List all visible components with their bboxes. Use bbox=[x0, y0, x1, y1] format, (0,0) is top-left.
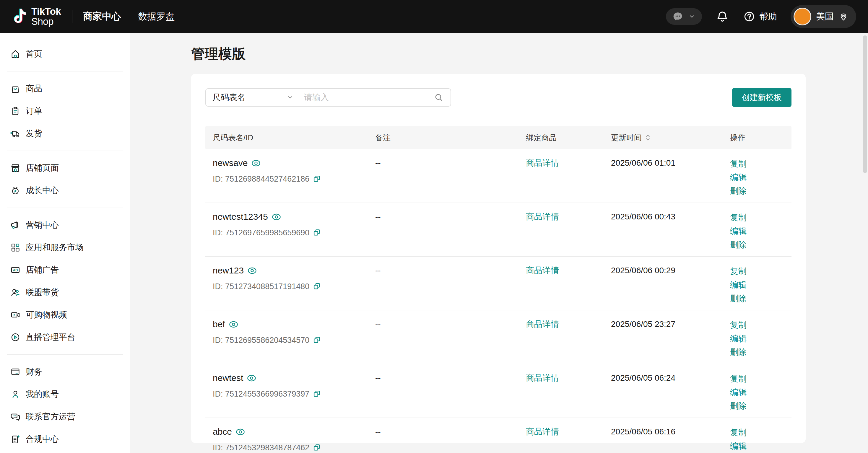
help-label: 帮助 bbox=[759, 11, 777, 23]
notification-bell-icon[interactable] bbox=[716, 10, 729, 23]
bag-icon bbox=[10, 83, 21, 94]
cell-note: -- bbox=[368, 203, 519, 223]
cell-bound-product: 商品详情 bbox=[519, 364, 603, 384]
sidebar-item-home[interactable]: 首页 bbox=[0, 43, 130, 65]
table-row: newtestID: 7512455366996379397--商品详情2025… bbox=[205, 364, 792, 418]
sidebar-item-grid[interactable]: 应用和服务市场 bbox=[0, 236, 130, 259]
sidebar-item-user[interactable]: 我的账号 bbox=[0, 383, 130, 406]
sidebar-item-label: 订单 bbox=[26, 105, 42, 117]
copy-icon[interactable] bbox=[313, 175, 321, 183]
sidebar-item-ad[interactable]: AD店铺广告 bbox=[0, 259, 130, 281]
cell-updated-time: 2025/06/05 06:16 bbox=[603, 418, 723, 438]
edit-action-link[interactable]: 编辑 bbox=[730, 171, 747, 184]
cell-actions: 复制编辑删除 bbox=[723, 257, 792, 305]
truck-icon bbox=[10, 128, 21, 139]
grid-icon bbox=[10, 242, 21, 253]
sidebar-item-chat[interactable]: 联系官方运营 bbox=[0, 406, 130, 428]
sidebar-item-truck[interactable]: 发货 bbox=[0, 122, 130, 145]
preview-eye-icon[interactable] bbox=[251, 160, 260, 167]
chevron-down-icon[interactable] bbox=[286, 93, 294, 102]
help-button[interactable]: 帮助 bbox=[743, 10, 777, 23]
product-details-link[interactable]: 商品详情 bbox=[526, 427, 559, 436]
search-box: 尺码表名 bbox=[205, 88, 451, 107]
copy-action-link[interactable]: 复制 bbox=[730, 372, 747, 386]
preview-eye-icon[interactable] bbox=[236, 428, 245, 435]
cell-updated-time: 2025/06/06 01:01 bbox=[603, 149, 723, 169]
sidebar-item-live[interactable]: 直播管理平台 bbox=[0, 326, 130, 349]
sidebar-item-video[interactable]: 可购物视频 bbox=[0, 303, 130, 326]
chevron-down-icon bbox=[688, 12, 696, 21]
edit-action-link[interactable]: 编辑 bbox=[730, 224, 747, 238]
logo-line1: TikTok bbox=[31, 6, 61, 17]
cell-name-id: new123ID: 7512734088517191480 bbox=[205, 257, 368, 292]
template-name: new123 bbox=[213, 265, 244, 277]
create-template-button[interactable]: 创建新模板 bbox=[732, 88, 792, 107]
edit-action-link[interactable]: 编辑 bbox=[730, 332, 747, 346]
sidebar-item-people[interactable]: 联盟带货 bbox=[0, 281, 130, 303]
delete-action-link[interactable]: 删除 bbox=[730, 184, 747, 198]
sidebar-item-label: 发货 bbox=[26, 128, 42, 139]
edit-action-link[interactable]: 编辑 bbox=[730, 440, 747, 453]
template-name: bef bbox=[213, 318, 225, 330]
product-details-link[interactable]: 商品详情 bbox=[526, 158, 559, 167]
copy-action-link[interactable]: 复制 bbox=[730, 157, 747, 171]
account-region-pill[interactable]: 美国 bbox=[790, 5, 856, 28]
preview-eye-icon[interactable] bbox=[247, 375, 256, 382]
filter-select[interactable]: 尺码表名 bbox=[212, 92, 286, 103]
table-row: abceID: 7512453298348787462--商品详情2025/06… bbox=[205, 418, 792, 453]
tiktok-shop-logo[interactable]: TikTokShop bbox=[12, 6, 61, 27]
edit-action-link[interactable]: 编辑 bbox=[730, 386, 747, 399]
sidebar-item-growth[interactable]: 成长中心 bbox=[0, 179, 130, 202]
templates-table: 尺码表名/ID 备注 绑定商品 更新时间 操作 newsaveID: 75126… bbox=[205, 126, 792, 453]
delete-action-link[interactable]: 删除 bbox=[730, 292, 747, 305]
sidebar-item-megaphone[interactable]: 营销中心 bbox=[0, 214, 130, 236]
copy-icon[interactable] bbox=[313, 444, 321, 452]
edit-action-link[interactable]: 编辑 bbox=[730, 278, 747, 292]
search-input[interactable] bbox=[304, 93, 433, 102]
cell-actions: 复制编辑删除 bbox=[723, 364, 792, 413]
col-bound-product: 绑定商品 bbox=[519, 133, 603, 143]
sidebar-item-clipboard[interactable]: 订单 bbox=[0, 100, 130, 122]
delete-action-link[interactable]: 删除 bbox=[730, 238, 747, 252]
copy-action-link[interactable]: 复制 bbox=[730, 211, 747, 224]
store-icon bbox=[10, 163, 21, 173]
sort-icon[interactable] bbox=[645, 133, 651, 142]
sidebar-item-card[interactable]: 财务 bbox=[0, 361, 130, 383]
copy-icon[interactable] bbox=[313, 336, 321, 345]
preview-eye-icon[interactable] bbox=[248, 267, 257, 274]
copy-icon[interactable] bbox=[313, 229, 321, 237]
page-scrollbar-thumb[interactable] bbox=[863, 35, 867, 173]
product-details-link[interactable]: 商品详情 bbox=[526, 373, 559, 382]
sidebar-item-health[interactable]: 账号健康 bbox=[0, 450, 130, 453]
sidebar-item-label: 首页 bbox=[26, 48, 42, 60]
col-name-id: 尺码表名/ID bbox=[205, 133, 368, 143]
sidebar-item-bag[interactable]: 商品 bbox=[0, 77, 130, 100]
table-body: newsaveID: 7512698844527462186--商品详情2025… bbox=[205, 149, 792, 453]
template-id: ID: 7512455366996379397 bbox=[213, 388, 309, 400]
page-title: 管理模版 bbox=[191, 45, 868, 63]
search-icon[interactable] bbox=[433, 92, 444, 103]
copy-action-link[interactable]: 复制 bbox=[730, 318, 747, 332]
nav-data-compass[interactable]: 数据罗盘 bbox=[138, 10, 175, 23]
product-details-link[interactable]: 商品详情 bbox=[526, 320, 559, 329]
megaphone-icon bbox=[10, 220, 21, 230]
preview-eye-icon[interactable] bbox=[229, 321, 238, 328]
copy-icon[interactable] bbox=[313, 390, 321, 398]
delete-action-link[interactable]: 删除 bbox=[730, 399, 747, 413]
delete-action-link[interactable]: 删除 bbox=[730, 346, 747, 359]
sidebar-item-compliance[interactable]: 合规中心 bbox=[0, 428, 130, 450]
cell-name-id: befID: 7512695586204534570 bbox=[205, 311, 368, 346]
cell-updated-time: 2025/06/06 00:43 bbox=[603, 203, 723, 223]
nav-merchant-center[interactable]: 商家中心 bbox=[83, 10, 121, 23]
template-id: ID: 7512698844527462186 bbox=[213, 173, 309, 185]
product-details-link[interactable]: 商品详情 bbox=[526, 266, 559, 275]
sidebar-item-label: 店铺页面 bbox=[26, 162, 59, 174]
preview-eye-icon[interactable] bbox=[272, 214, 281, 220]
cell-name-id: newtestID: 7512455366996379397 bbox=[205, 364, 368, 400]
product-details-link[interactable]: 商品详情 bbox=[526, 212, 559, 221]
sidebar-item-store[interactable]: 店铺页面 bbox=[0, 157, 130, 179]
copy-action-link[interactable]: 复制 bbox=[730, 426, 747, 440]
chat-dropdown-pill[interactable] bbox=[666, 8, 702, 25]
copy-action-link[interactable]: 复制 bbox=[730, 265, 747, 278]
copy-icon[interactable] bbox=[313, 282, 321, 291]
